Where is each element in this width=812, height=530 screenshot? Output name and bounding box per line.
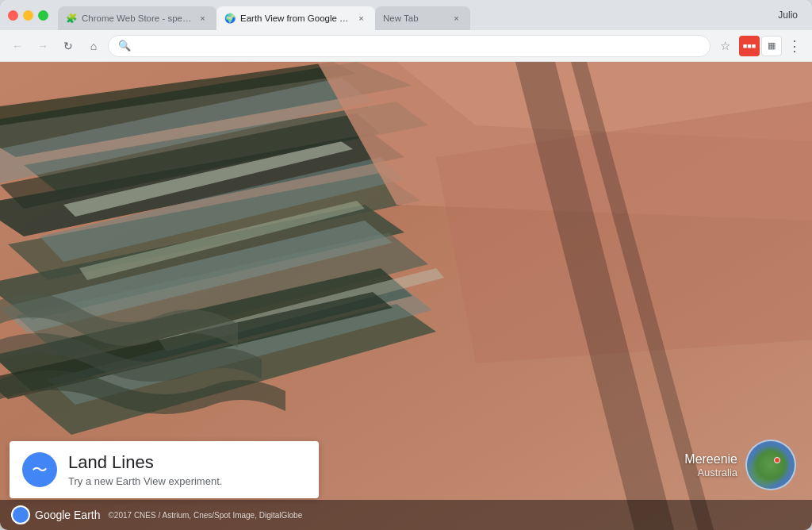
globe-location-marker <box>774 457 780 463</box>
location-text: Mereenie Australia <box>684 452 737 478</box>
extensions-button[interactable]: ■■■ <box>739 36 760 56</box>
tab-new-title: New Tab <box>383 13 446 23</box>
tab-store-favicon: 🧩 <box>66 13 77 24</box>
location-name: Mereenie <box>684 452 737 467</box>
location-overlay: Mereenie Australia <box>684 440 796 490</box>
tab-new-close-button[interactable]: × <box>450 13 462 25</box>
location-country: Australia <box>684 467 737 478</box>
info-icon-circle: 〜 <box>22 452 57 487</box>
username-label: Julio <box>778 10 798 21</box>
ge-logo-icon <box>11 505 30 524</box>
tab-store-close-button[interactable]: × <box>197 13 209 25</box>
home-button[interactable]: ⌂ <box>82 35 105 57</box>
reload-button[interactable]: ↻ <box>57 35 79 57</box>
title-bar: 🧩 Chrome Web Store - speed di... × 🌍 Ear… <box>0 0 812 30</box>
globe-widget[interactable] <box>745 440 796 490</box>
browser-window: 🧩 Chrome Web Store - speed di... × 🌍 Ear… <box>0 0 812 530</box>
address-bar[interactable]: 🔍 <box>108 35 710 57</box>
tab-earth-favicon: 🌍 <box>224 13 236 24</box>
profile-button[interactable]: ▦ <box>761 36 782 56</box>
bottom-bar: Google Earth ©2017 CNES / Astrium, Cnes/… <box>0 500 812 530</box>
address-input[interactable] <box>137 40 700 52</box>
nav-right-buttons: ■■■ ▦ ⋮ <box>739 35 806 57</box>
copyright-text: ©2017 CNES / Astrium, Cnes/Spot Image, D… <box>109 511 303 520</box>
forward-button[interactable]: → <box>32 35 54 57</box>
ge-logo-text: Google Earth <box>35 509 101 521</box>
tab-earth-close-button[interactable]: × <box>355 13 367 25</box>
info-card[interactable]: 〜 Land Lines Try a new Earth View experi… <box>10 441 319 498</box>
tabs-area: 🧩 Chrome Web Store - speed di... × 🌍 Ear… <box>58 0 772 30</box>
tab-earth[interactable]: 🌍 Earth View from Google Earth × <box>216 6 375 30</box>
bookmark-button[interactable]: ☆ <box>714 35 736 57</box>
tab-store[interactable]: 🧩 Chrome Web Store - speed di... × <box>58 6 216 30</box>
tab-new[interactable]: New Tab × <box>375 6 470 30</box>
info-card-title: Land Lines <box>68 452 306 473</box>
info-text: Land Lines Try a new Earth View experime… <box>68 452 306 486</box>
info-card-subtitle: Try a new Earth View experiment. <box>68 475 306 487</box>
tab-earth-title: Earth View from Google Earth <box>240 13 350 23</box>
maximize-window-button[interactable] <box>38 10 48 21</box>
nav-bar: ← → ↻ ⌂ 🔍 ☆ ■■■ ▦ ⋮ <box>0 30 812 62</box>
close-window-button[interactable] <box>8 10 18 21</box>
back-button[interactable]: ← <box>6 35 29 57</box>
search-icon: 🔍 <box>118 40 131 52</box>
globe-land <box>747 441 795 489</box>
user-area: Julio <box>778 10 804 21</box>
minimize-window-button[interactable] <box>23 10 33 21</box>
chrome-menu-button[interactable]: ⋮ <box>783 35 806 57</box>
tab-store-title: Chrome Web Store - speed di... <box>82 13 192 23</box>
window-controls <box>8 10 48 21</box>
google-earth-logo: Google Earth <box>11 505 101 524</box>
wave-icon: 〜 <box>32 459 48 481</box>
page-content: 〜 Land Lines Try a new Earth View experi… <box>0 62 812 530</box>
